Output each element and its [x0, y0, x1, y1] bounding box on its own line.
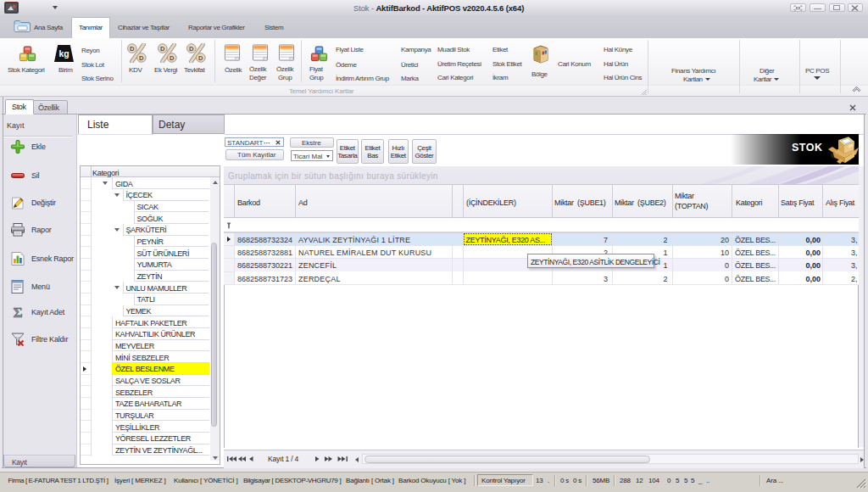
svg-text:D: D: [189, 45, 194, 53]
svg-text:Σ: Σ: [13, 305, 22, 320]
svg-text:D: D: [130, 45, 135, 53]
svg-text:D: D: [139, 54, 144, 62]
svg-text:D: D: [170, 54, 175, 62]
svg-text:D: D: [198, 54, 203, 62]
svg-text:D: D: [160, 45, 165, 53]
svg-text:kg: kg: [58, 49, 69, 59]
